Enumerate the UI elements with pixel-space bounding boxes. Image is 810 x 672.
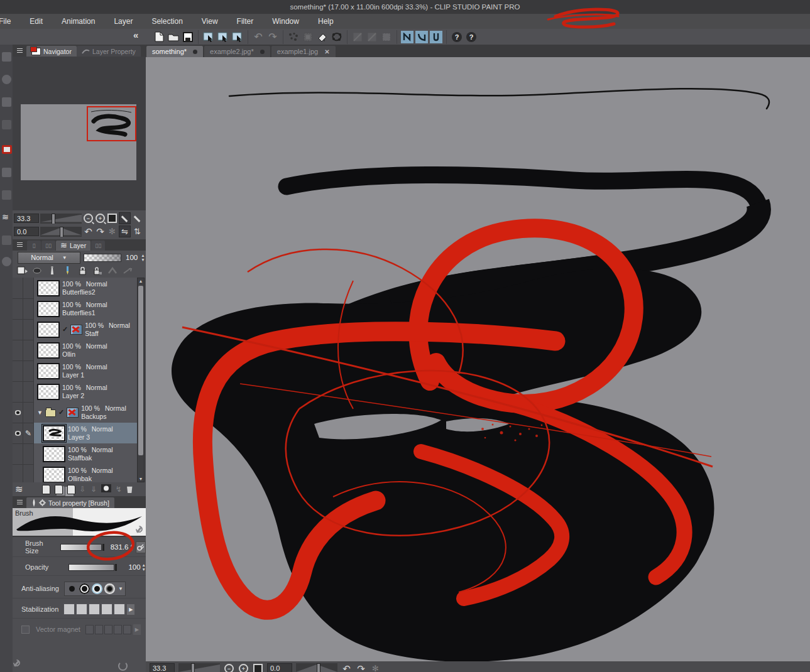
wrench-icon[interactable] bbox=[135, 526, 143, 534]
tab-modified-dot-icon[interactable] bbox=[260, 50, 265, 54]
menu-help[interactable]: Help bbox=[309, 14, 343, 29]
layer-opacity-slider[interactable] bbox=[84, 254, 121, 262]
navigator-view-rectangle[interactable] bbox=[87, 106, 136, 141]
mask-checkmark-icon[interactable]: ✓ bbox=[58, 408, 64, 416]
layer-panel-menu-icon[interactable] bbox=[14, 241, 25, 249]
snap-special-ruler-icon[interactable] bbox=[415, 31, 428, 43]
layer-row-butterflies1[interactable]: 100 %Normal Butterflies1 bbox=[13, 298, 137, 320]
blend-mode-dropdown[interactable]: Normal▼ bbox=[18, 252, 80, 264]
brush-size-options-icon[interactable] bbox=[136, 541, 146, 553]
menu-view[interactable]: View bbox=[192, 14, 227, 29]
layer-list-scrollbar[interactable]: ▲ ▼ bbox=[137, 278, 145, 482]
layer-row-staff[interactable]: ✓ 100 %Normal Staff bbox=[13, 319, 137, 340]
visibility-eye-icon[interactable] bbox=[14, 410, 21, 415]
ruler-2-icon[interactable] bbox=[366, 31, 378, 43]
snap-ruler-icon[interactable] bbox=[401, 31, 413, 43]
layer-opacity-value[interactable]: 100 bbox=[126, 254, 138, 261]
new-document-icon[interactable] bbox=[153, 31, 165, 43]
layer-mask-icon[interactable] bbox=[67, 408, 79, 418]
reference-layer-icon[interactable] bbox=[31, 266, 43, 276]
layer-row-ollin[interactable]: 100 %Normal Ollin bbox=[13, 340, 137, 361]
tab-layer-property[interactable]: Layer Property bbox=[77, 46, 141, 57]
layer-thumbnail[interactable] bbox=[43, 425, 65, 442]
fill-tool-icon[interactable] bbox=[316, 31, 329, 43]
vector-magnet-checkbox[interactable] bbox=[21, 626, 30, 634]
tool-opacity-slider[interactable] bbox=[68, 564, 114, 571]
lasso-transform-icon[interactable] bbox=[331, 31, 343, 43]
open-file-icon[interactable] bbox=[167, 31, 180, 43]
gear-tool-icon[interactable] bbox=[2, 257, 11, 266]
layer-row-layer2[interactable]: 100 %Normal Layer 2 bbox=[13, 381, 137, 403]
scroll-down-icon[interactable]: ▼ bbox=[138, 477, 144, 481]
ruler-1-icon[interactable] bbox=[351, 31, 364, 43]
layer-row-staffbak[interactable]: 100 %Normal Staffbak bbox=[13, 443, 137, 465]
layer-thumbnail[interactable] bbox=[37, 342, 60, 359]
status-reset-icon[interactable]: ✻ bbox=[370, 663, 381, 672]
reset-settings-icon[interactable] bbox=[118, 661, 128, 671]
layer-thumbnail[interactable] bbox=[43, 467, 65, 483]
mask-checkmark-icon[interactable]: ✓ bbox=[62, 325, 68, 333]
brush-size-spinner[interactable]: ▲▼ bbox=[129, 543, 133, 551]
vector-magnet-expand-icon[interactable]: ▶ bbox=[133, 624, 141, 635]
layer-thumbnail[interactable] bbox=[37, 363, 60, 379]
mesh-transform-icon[interactable] bbox=[302, 31, 314, 43]
folder-icon[interactable] bbox=[45, 409, 56, 417]
status-fit-icon[interactable] bbox=[253, 663, 263, 672]
layer-thumbnail[interactable] bbox=[43, 446, 65, 462]
lighthouse-icon[interactable] bbox=[47, 266, 58, 276]
fit-screen-icon[interactable] bbox=[107, 213, 118, 224]
anti-aliasing-medium-icon[interactable] bbox=[92, 583, 102, 594]
doc-tab-something[interactable]: something* bbox=[146, 46, 203, 57]
ruler-link-icon[interactable] bbox=[122, 266, 133, 276]
menu-layer[interactable]: Layer bbox=[104, 14, 142, 29]
toolbar-tool-icon[interactable] bbox=[2, 52, 11, 62]
layer-opacity-spinner[interactable]: ▲▼ bbox=[141, 254, 145, 262]
visibility-eye-icon[interactable] bbox=[14, 431, 21, 436]
scroll-up-icon[interactable]: ▲ bbox=[138, 279, 144, 283]
anti-aliasing-none-icon[interactable] bbox=[67, 583, 77, 594]
status-rotate-slider[interactable] bbox=[296, 663, 337, 672]
tab-ink-2[interactable]: ▯▯ bbox=[41, 241, 55, 251]
rotate-value[interactable]: 0.0 bbox=[14, 227, 39, 236]
rotate-slider[interactable] bbox=[40, 227, 82, 237]
curve-tool-icon[interactable] bbox=[2, 168, 11, 177]
fit-width-icon[interactable] bbox=[132, 213, 143, 224]
panel-menu-icon[interactable] bbox=[14, 46, 25, 55]
canvas-area[interactable] bbox=[146, 57, 810, 661]
object-select-1-icon[interactable] bbox=[202, 31, 215, 43]
actual-size-icon[interactable] bbox=[119, 212, 131, 224]
zoom-slider[interactable] bbox=[40, 214, 82, 224]
new-layer-icon[interactable] bbox=[42, 485, 50, 494]
stabilization-segments[interactable] bbox=[63, 604, 125, 615]
layer-mask-create-icon[interactable] bbox=[101, 484, 111, 495]
frame-tool-icon[interactable] bbox=[2, 145, 12, 154]
dot-tool-icon[interactable] bbox=[2, 236, 11, 245]
layer-row-layer1[interactable]: 100 %Normal Layer 1 bbox=[13, 360, 137, 382]
zoom-out-icon[interactable]: − bbox=[83, 213, 94, 224]
tool-property-menu-icon[interactable] bbox=[14, 498, 25, 507]
tab-close-icon[interactable]: ✕ bbox=[324, 48, 329, 55]
apply-mask-icon[interactable]: ↯ bbox=[116, 485, 122, 494]
mask-enable-icon[interactable] bbox=[107, 266, 118, 276]
status-zoom-out-icon[interactable]: − bbox=[224, 663, 234, 672]
menu-edit[interactable]: Edit bbox=[20, 14, 52, 29]
delete-layer-icon[interactable] bbox=[126, 485, 133, 493]
tab-tool-property[interactable]: Tool property [Brush] bbox=[26, 497, 114, 508]
layer-mask-icon[interactable] bbox=[70, 325, 82, 335]
layer-row-butterflies2[interactable]: 100 %Normal Butterflies2 bbox=[13, 278, 137, 299]
new-folder-layer-icon[interactable] bbox=[55, 485, 63, 494]
tab-ink-1[interactable]: ▯ bbox=[27, 241, 41, 251]
brush-size-value[interactable]: 831.6 bbox=[111, 543, 129, 551]
tab-layer[interactable]: ≋ Layer bbox=[56, 241, 90, 251]
anti-aliasing-weak-icon[interactable] bbox=[79, 583, 90, 594]
navigator-preview[interactable] bbox=[13, 57, 146, 210]
merge-down-icon[interactable]: ⇓ bbox=[90, 485, 97, 494]
object-select-2-icon[interactable] bbox=[217, 31, 229, 43]
status-zoom-value[interactable]: 33.3 bbox=[150, 663, 175, 672]
menu-file[interactable]: File bbox=[0, 14, 20, 29]
duplicate-layer-icon[interactable] bbox=[67, 485, 75, 494]
layer-thumbnail[interactable] bbox=[37, 301, 60, 317]
collapse-panels-icon[interactable]: « bbox=[133, 30, 137, 40]
detail-settings-wrench-icon[interactable] bbox=[133, 662, 141, 670]
scatter-select-icon[interactable] bbox=[287, 31, 300, 43]
